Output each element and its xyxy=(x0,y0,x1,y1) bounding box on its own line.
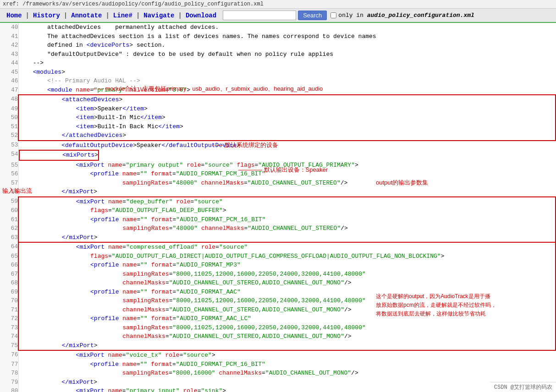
only-in-checkbox[interactable] xyxy=(330,12,336,18)
table-row: 44 --> xyxy=(0,59,556,68)
path-bar: xref: /frameworks/av/services/audiopolic… xyxy=(0,0,556,9)
line-number: 77 xyxy=(0,360,18,369)
line-number: 79 xyxy=(0,378,18,387)
line-number: 49 xyxy=(0,104,18,114)
line-code: <profile name="" format="AUDIO_FORMAT_AA… xyxy=(18,314,556,323)
search-input[interactable] xyxy=(223,11,296,20)
line-number: 56 xyxy=(0,169,18,179)
line-code: <mixPort name="deep_buffer" role="source… xyxy=(18,197,556,207)
table-row: 55 <mixPort name="primary output" role="… xyxy=(0,161,556,170)
line-number: 50 xyxy=(0,113,18,122)
table-row: 56 <profile name="" format="AUDIO_FORMAT… xyxy=(0,169,556,179)
table-row: 48 <attachedDevices> xyxy=(0,95,556,104)
line-code: The attachedDevices section is a list of… xyxy=(18,32,556,41)
nav-bar: Home | History | Annotate | Line# | Navi… xyxy=(0,9,556,23)
line-number: 65 xyxy=(0,252,18,261)
line-number: 71 xyxy=(0,305,18,315)
line-code: <profile name="" format="AUDIO_FORMAT_PC… xyxy=(18,215,556,224)
line-number: 60 xyxy=(0,206,18,215)
code-area: 40 attachedDevices permanently attached … xyxy=(0,23,556,392)
line-code: <mixPort name="compressed_offload" role=… xyxy=(18,242,556,252)
table-row: 41 The attachedDevices section is a list… xyxy=(0,32,556,41)
nav-download[interactable]: Download xyxy=(183,11,219,20)
line-number: 61 xyxy=(0,215,18,224)
table-row: 75 </mixPort> xyxy=(0,341,556,351)
line-code: <item>Built-In Back Mic</item> xyxy=(18,122,556,131)
nav-history[interactable]: History xyxy=(30,11,63,20)
table-row: 73 samplingRates="8000,11025,12000,16000… xyxy=(0,323,556,332)
table-row: 76 <mixPort name="voice_tx" role="source… xyxy=(0,350,556,360)
line-number: 66 xyxy=(0,261,18,270)
line-code: "defaultOutputDevice" : device to be use… xyxy=(18,50,556,59)
line-code: flags="AUDIO_OUTPUT_FLAG_DEEP_BUFFER"> xyxy=(18,206,556,215)
line-code: <attachedDevices> xyxy=(18,95,556,104)
line-code: <profile name="" format="AUDIO_FORMAT_MP… xyxy=(18,261,556,270)
line-code: defined in <devicePorts> section. xyxy=(18,41,556,50)
table-row: 63 </mixPort> xyxy=(0,233,556,243)
line-number: 45 xyxy=(0,68,18,77)
line-number: 55 xyxy=(0,161,18,170)
table-row: 60 flags="AUDIO_OUTPUT_FLAG_DEEP_BUFFER"… xyxy=(0,206,556,215)
line-number: 64 xyxy=(0,242,18,252)
table-row: 59 <mixPort name="deep_buffer" role="sou… xyxy=(0,197,556,207)
table-row: 42 defined in <devicePorts> section. xyxy=(0,41,556,50)
line-number: 46 xyxy=(0,76,18,86)
line-number: 47 xyxy=(0,86,18,95)
table-row: 77 <profile name="" format="AUDIO_FORMAT… xyxy=(0,360,556,369)
table-row: 58 </mixPort> xyxy=(0,187,556,197)
line-code: <mixPort name="primary output" role="sou… xyxy=(18,161,556,170)
line-code: </mixPort> xyxy=(18,187,556,197)
line-code: <modules> xyxy=(18,68,556,77)
line-number: 54 xyxy=(0,150,18,161)
footer-text: CSDN @艾打篮球的码农 xyxy=(494,384,552,391)
nav-annotate[interactable]: Annotate xyxy=(68,11,105,20)
line-number: 68 xyxy=(0,278,18,288)
table-row: 46 <!-- Primary Audio HAL --> xyxy=(0,76,556,86)
line-number: 48 xyxy=(0,95,18,104)
line-code: channelMasks="AUDIO_CHANNEL_OUT_STEREO,A… xyxy=(18,305,556,315)
line-code: channelMasks="AUDIO_CHANNEL_OUT_STEREO,A… xyxy=(18,332,556,341)
line-number: 44 xyxy=(0,59,18,68)
nav-home[interactable]: Home xyxy=(4,11,25,20)
code-table: 40 attachedDevices permanently attached … xyxy=(0,23,556,392)
line-number: 53 xyxy=(0,141,18,150)
line-code: flags="AUDIO_OUTPUT_FLAG_DIRECT|AUDIO_OU… xyxy=(18,252,556,261)
line-code: <profile name="" format="AUDIO_FORMAT_PC… xyxy=(18,360,556,369)
table-row: 40 attachedDevices permanently attached … xyxy=(0,23,556,32)
line-code: samplingRates="8000,11025,12000,16000,22… xyxy=(18,296,556,305)
line-code: samplingRates="8000,11025,12000,16000,22… xyxy=(18,323,556,332)
table-row: 47 <module name="primary" halVersion="3.… xyxy=(0,86,556,95)
line-code: <defaultOutputDevice>Speaker</defaultOut… xyxy=(18,141,556,150)
line-code: </mixPort> xyxy=(18,341,556,351)
table-row: 52 </attachedDevices> xyxy=(0,131,556,141)
line-code: <profile name="" format="AUDIO_FORMAT_AA… xyxy=(18,288,556,297)
line-code: samplingRates="48000" channelMasks="AUDI… xyxy=(18,224,556,233)
table-row: 68 channelMasks="AUDIO_CHANNEL_OUT_STERE… xyxy=(0,278,556,288)
line-number: 52 xyxy=(0,131,18,141)
line-code: samplingRates="8000,11025,12000,16000,22… xyxy=(18,270,556,279)
line-number: 63 xyxy=(0,233,18,243)
line-number: 51 xyxy=(0,122,18,131)
table-row: 67 samplingRates="8000,11025,12000,16000… xyxy=(0,270,556,279)
line-number: 58 xyxy=(0,187,18,197)
line-code: --> xyxy=(18,59,556,68)
line-code: <module name="primary" halVersion="3.0"> xyxy=(18,86,556,95)
line-code: <mixPorts> xyxy=(19,150,99,161)
nav-navigate[interactable]: Navigate xyxy=(141,11,177,20)
table-row: 50 <item>Built-In Mic</item> xyxy=(0,113,556,122)
table-row: 80 <mixPort name="primary input" role="s… xyxy=(0,387,556,392)
line-code: </mixPort> xyxy=(18,233,556,243)
line-number: 70 xyxy=(0,296,18,305)
only-in-label: only in audio_policy_configuration.xml xyxy=(338,12,474,19)
line-code: <item>Built-In Mic</item> xyxy=(18,113,556,122)
path-text: xref: /frameworks/av/services/audiopolic… xyxy=(3,1,264,7)
line-number: 41 xyxy=(0,32,18,41)
table-row: 65 flags="AUDIO_OUTPUT_FLAG_DIRECT|AUDIO… xyxy=(0,252,556,261)
nav-line[interactable]: Line# xyxy=(110,11,135,20)
table-row: 57 samplingRates="48000" channelMasks="A… xyxy=(0,179,556,188)
search-button[interactable]: Search xyxy=(298,11,327,20)
line-number: 43 xyxy=(0,50,18,59)
line-code: samplingRates="48000" channelMasks="AUDI… xyxy=(18,179,556,188)
line-code: </attachedDevices> xyxy=(18,131,556,141)
table-row: 72 <profile name="" format="AUDIO_FORMAT… xyxy=(0,314,556,323)
